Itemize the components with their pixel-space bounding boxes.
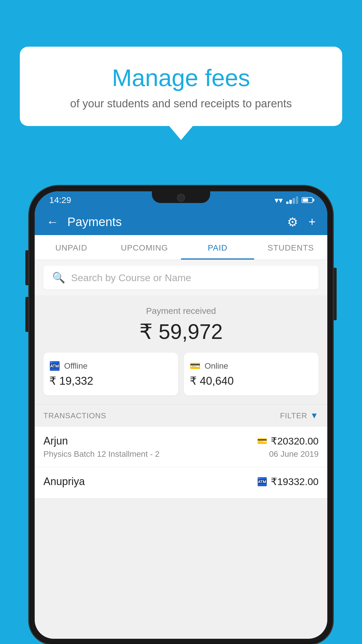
signal-icon [286, 196, 298, 204]
offline-icon: 🏧 [49, 361, 60, 371]
online-payment-card: 💳 Online ₹ 40,640 [184, 353, 319, 396]
filter-text: FILTER [280, 411, 307, 420]
page-title: Payments [67, 215, 278, 229]
tab-upcoming[interactable]: UPCOMING [108, 235, 181, 260]
transaction-name: Anupriya [43, 475, 85, 488]
app-header: ← Payments ⚙ + [35, 209, 327, 235]
phone-notch [152, 191, 210, 203]
transactions-label: TRANSACTIONS [43, 411, 106, 420]
offline-label: Offline [64, 361, 87, 371]
volume-up-button [25, 250, 28, 285]
filter-button[interactable]: FILTER ▼ [280, 411, 319, 420]
phone-screen: 14:29 ▾▾ ← Payments ⚙ + [35, 191, 327, 639]
tab-bar: UNPAID UPCOMING PAID STUDENTS [35, 235, 327, 260]
wifi-icon: ▾▾ [275, 195, 283, 205]
transaction-course: Physics Batch 12 Installment - 2 [43, 449, 159, 459]
tab-unpaid[interactable]: UNPAID [35, 235, 108, 260]
online-icon: 💳 [190, 361, 201, 371]
search-container: 🔍 Search by Course or Name [35, 260, 327, 295]
phone-frame: 14:29 ▾▾ ← Payments ⚙ + [29, 186, 333, 644]
add-button[interactable]: + [308, 215, 316, 229]
status-icons: ▾▾ [275, 195, 313, 205]
manage-fees-title: Manage fees [31, 64, 331, 92]
payment-total-amount: ₹ 59,972 [43, 319, 319, 344]
speech-bubble-container: Manage fees of your students and send re… [20, 47, 342, 126]
card-icon: 💳 [257, 436, 267, 446]
offline-payment-icon: 🏧 [257, 477, 267, 487]
payment-received-label: Payment received [43, 306, 319, 316]
power-button [334, 268, 337, 320]
back-button[interactable]: ← [46, 215, 59, 229]
offline-payment-card: 🏧 Offline ₹ 19,332 [43, 353, 178, 396]
volume-down-button [25, 297, 28, 332]
transaction-name: Arjun [43, 435, 68, 447]
speech-bubble: Manage fees of your students and send re… [20, 47, 342, 126]
phone-outer: 14:29 ▾▾ ← Payments ⚙ + [29, 186, 333, 644]
status-time: 14:29 [49, 195, 71, 205]
payment-summary: Payment received ₹ 59,972 🏧 Offline ₹ 19… [35, 295, 327, 404]
transactions-header: TRANSACTIONS FILTER ▼ [35, 404, 327, 427]
online-label: Online [205, 361, 228, 371]
transaction-row[interactable]: Anupriya 🏧 ₹19332.00 [35, 467, 327, 498]
online-amount: ₹ 40,640 [190, 374, 313, 387]
transaction-amount: ₹20320.00 [271, 435, 319, 447]
transaction-row[interactable]: Arjun 💳 ₹20320.00 Physics Batch 12 Insta… [35, 427, 327, 467]
front-camera [177, 194, 185, 202]
transaction-amount: ₹19332.00 [271, 476, 319, 487]
manage-fees-subtitle: of your students and send receipts to pa… [31, 97, 331, 110]
tab-paid[interactable]: PAID [181, 235, 254, 260]
search-bar[interactable]: 🔍 Search by Course or Name [43, 266, 319, 290]
offline-amount: ₹ 19,332 [49, 374, 172, 387]
search-input[interactable]: Search by Course or Name [71, 272, 191, 284]
filter-icon: ▼ [310, 411, 319, 420]
settings-icon[interactable]: ⚙ [287, 215, 298, 229]
transaction-date: 06 June 2019 [269, 449, 319, 459]
payment-cards: 🏧 Offline ₹ 19,332 💳 Online ₹ 40,640 [43, 353, 319, 396]
search-icon: 🔍 [52, 272, 65, 284]
battery-icon [302, 197, 313, 203]
header-actions: ⚙ + [287, 215, 316, 229]
tab-students[interactable]: STUDENTS [254, 235, 327, 260]
